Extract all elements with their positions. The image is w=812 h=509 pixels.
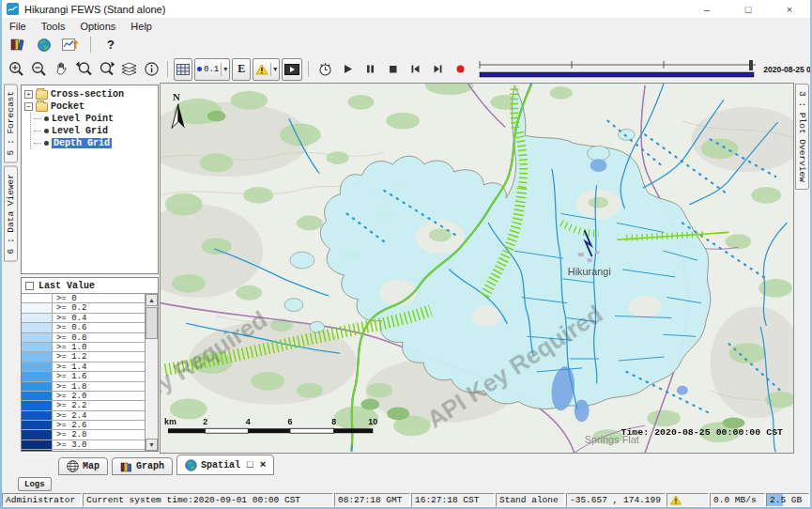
legend-scrollbar[interactable]: ▲ ▼ xyxy=(145,294,158,451)
maximize-button[interactable]: □ xyxy=(728,0,769,18)
tree-label: Level Grid xyxy=(52,126,108,136)
legend-row[interactable]: >= 1.2 xyxy=(22,352,145,362)
tree-label: Level Point xyxy=(52,114,114,124)
tab-forecast[interactable]: 5 : Forecast xyxy=(4,84,18,162)
time-slider[interactable] xyxy=(477,58,758,81)
legend-row[interactable]: >= 0.4 xyxy=(22,314,145,323)
play-button[interactable] xyxy=(336,59,359,80)
legend-row[interactable]: >= 2.2 xyxy=(22,401,145,410)
info-button[interactable] xyxy=(140,59,162,80)
status-system-time: Current system time:2020-09-01 00:00 CST xyxy=(83,493,333,507)
legend-row[interactable]: >= 0.6 xyxy=(22,323,145,332)
last-frame-button[interactable] xyxy=(426,59,449,80)
export-timeseries-button[interactable] xyxy=(59,35,82,55)
zoom-in-button[interactable] xyxy=(5,59,27,80)
legend-row[interactable]: >= 0 xyxy=(22,294,145,303)
contour-value-button[interactable]: 0.1 ▾ xyxy=(194,58,230,81)
thresholds-button[interactable]: ▾ xyxy=(253,58,280,81)
menu-options[interactable]: Options xyxy=(72,20,123,33)
town-label: Hikurangi xyxy=(568,266,611,277)
scrollbar-thumb[interactable] xyxy=(146,307,158,339)
time-slider-handle[interactable] xyxy=(749,60,753,70)
legend-row[interactable]: >= 2.6 xyxy=(22,421,145,430)
scroll-up-icon[interactable]: ▲ xyxy=(146,294,158,306)
panel-close-icon[interactable]: × xyxy=(260,459,267,470)
legend-row[interactable]: >= 1.6 xyxy=(22,372,145,381)
legend-row[interactable]: >= 1.8 xyxy=(22,382,145,392)
bullet-icon xyxy=(44,116,49,121)
tab-plot-overview[interactable]: 3 : Plot Overview xyxy=(795,84,809,190)
legend-row[interactable]: >= 3.0 xyxy=(22,440,145,450)
logs-button[interactable]: Logs xyxy=(18,477,52,491)
tree-item-cross-section[interactable]: + Cross-section xyxy=(22,88,158,100)
warning-triangle-icon xyxy=(255,64,268,75)
chevron-down-icon[interactable]: ▾ xyxy=(221,63,227,76)
tab-graph[interactable]: Graph xyxy=(112,457,173,475)
legend-row[interactable]: >= 2.8 xyxy=(22,430,145,440)
tree-item-level-point[interactable]: Level Point xyxy=(31,113,158,125)
tab-data-viewer[interactable]: 6 : Data Viewer xyxy=(4,166,18,262)
zoom-next-button[interactable] xyxy=(95,59,117,80)
legend-row[interactable]: >= 3.2 xyxy=(22,450,145,451)
stop-button[interactable] xyxy=(381,59,404,80)
tree-item-pocket[interactable]: − Pocket xyxy=(22,100,158,113)
zoom-next-icon xyxy=(98,60,115,78)
tree-item-level-grid[interactable]: Level Grid xyxy=(31,125,158,137)
pan-button[interactable] xyxy=(50,59,72,80)
menu-bar: File Tools Options Help xyxy=(2,18,810,34)
first-frame-button[interactable] xyxy=(404,59,426,80)
top-toolbar: ? xyxy=(2,34,810,55)
status-bar: Administrator Current system time:2020-0… xyxy=(2,493,810,507)
animation-button[interactable] xyxy=(282,58,302,81)
bullet-icon xyxy=(44,141,49,146)
tab-map[interactable]: Map xyxy=(58,457,108,475)
map-view-button[interactable] xyxy=(33,35,55,55)
svg-text:8: 8 xyxy=(331,417,336,426)
chevron-down-icon[interactable]: ▾ xyxy=(270,63,277,76)
record-button[interactable] xyxy=(449,59,471,80)
panel-maximize-icon[interactable]: □ xyxy=(247,459,253,470)
layers-button[interactable] xyxy=(117,59,140,80)
legend-row[interactable]: >= 1.0 xyxy=(22,343,145,352)
collapse-icon[interactable]: − xyxy=(24,102,33,111)
map-view[interactable]: API Key Required API Key Required Hikura… xyxy=(160,83,794,454)
map-canvas[interactable]: API Key Required API Key Required Hikura… xyxy=(161,84,793,453)
tab-spatial[interactable]: Spatial □ × xyxy=(176,455,274,475)
main-content: 5 : Forecast 6 : Data Viewer + Cross-sec… xyxy=(2,83,810,454)
legend-row[interactable]: >= 0.2 xyxy=(22,303,145,313)
color-swatch xyxy=(22,382,53,391)
color-swatch xyxy=(22,450,53,451)
current-time-label: 2020-08-25 00:00:00 CST xyxy=(763,65,812,74)
legend-row[interactable]: >= 1.4 xyxy=(22,362,145,372)
legend-row[interactable]: >= 2.0 xyxy=(22,392,145,401)
globe-icon xyxy=(185,459,197,471)
pause-button[interactable] xyxy=(359,59,381,80)
scroll-down-icon[interactable]: ▼ xyxy=(146,439,158,451)
tree-item-depth-grid[interactable]: Depth Grid xyxy=(31,137,158,149)
menu-file[interactable]: File xyxy=(2,20,34,33)
title-bar: Hikurangi FEWS (Stand alone) – □ × xyxy=(2,0,810,18)
legend-row[interactable]: >= 0.8 xyxy=(22,333,145,343)
help-icon: ? xyxy=(107,38,115,52)
map-toolbar: 0.1 ▾ E ▾ xyxy=(2,55,810,83)
minimize-button[interactable]: – xyxy=(686,0,728,18)
zoom-in-icon xyxy=(8,60,25,78)
scrollbar-track[interactable] xyxy=(146,340,158,439)
menu-help[interactable]: Help xyxy=(123,20,160,33)
status-gmt-time: 08:27:18 GMT xyxy=(334,493,410,507)
help-button[interactable]: ? xyxy=(100,35,122,55)
skip-to-start-icon xyxy=(409,63,421,75)
zoom-out-button[interactable] xyxy=(27,59,50,80)
legend-row[interactable]: >= 2.4 xyxy=(22,411,145,421)
expand-icon[interactable]: + xyxy=(24,90,33,99)
animation-settings-button[interactable] xyxy=(314,59,336,80)
close-button[interactable]: × xyxy=(769,0,810,18)
grid-display-button[interactable] xyxy=(174,58,192,81)
status-warning-cell[interactable] xyxy=(666,493,709,507)
zoom-previous-button[interactable] xyxy=(72,59,95,80)
last-value-checkbox[interactable] xyxy=(25,282,34,290)
database-button[interactable] xyxy=(7,35,29,55)
skip-to-end-icon xyxy=(432,63,444,75)
menu-tools[interactable]: Tools xyxy=(34,20,73,33)
legend-button[interactable]: E xyxy=(232,58,251,81)
